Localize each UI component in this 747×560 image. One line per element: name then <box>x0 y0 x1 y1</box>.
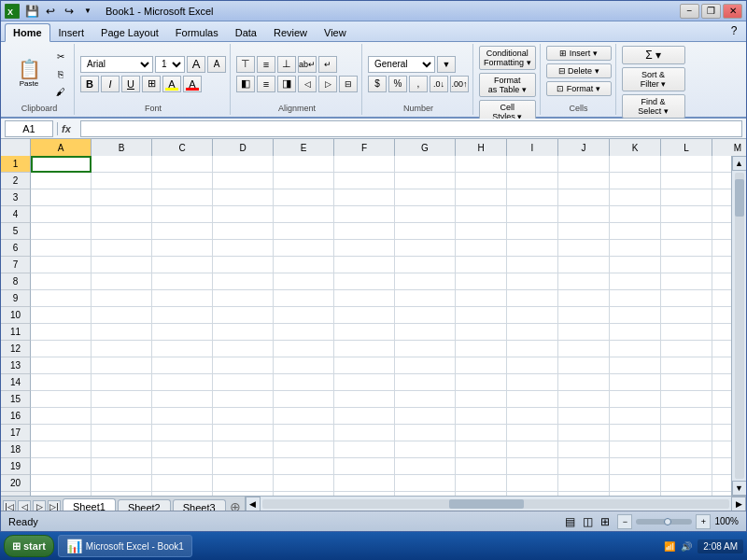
cell-I17[interactable] <box>507 425 558 441</box>
cell-B13[interactable] <box>92 357 152 374</box>
cell-A19[interactable] <box>31 458 92 475</box>
increase-font-btn[interactable]: A <box>187 56 205 73</box>
cell-A8[interactable] <box>31 273 92 290</box>
wrap-text-btn[interactable]: ↵ <box>318 56 337 73</box>
cell-M21[interactable] <box>712 492 731 496</box>
cell-H21[interactable] <box>456 492 507 496</box>
row-header-6[interactable]: 6 <box>1 240 31 257</box>
tab-review[interactable]: Review <box>265 23 316 41</box>
cell-C1[interactable] <box>152 156 213 173</box>
cell-E4[interactable] <box>274 206 334 223</box>
decrease-indent-btn[interactable]: ◁ <box>298 76 317 92</box>
col-header-D[interactable]: D <box>213 139 274 156</box>
cell-E16[interactable] <box>274 408 334 425</box>
cell-F19[interactable] <box>334 458 395 475</box>
cell-G7[interactable] <box>395 257 456 273</box>
help-button[interactable]: ? <box>726 22 742 39</box>
cell-F5[interactable] <box>334 223 395 240</box>
cell-H15[interactable] <box>456 391 507 408</box>
row-header-14[interactable]: 14 <box>1 374 31 391</box>
cell-D20[interactable] <box>213 475 274 492</box>
cell-E17[interactable] <box>274 425 334 441</box>
cell-M14[interactable] <box>712 374 731 391</box>
cell-L14[interactable] <box>661 374 712 391</box>
cell-G2[interactable] <box>395 173 456 189</box>
cell-E19[interactable] <box>274 458 334 475</box>
cell-D21[interactable] <box>213 492 274 496</box>
cell-M1[interactable] <box>712 156 731 173</box>
increase-indent-btn[interactable]: ▷ <box>318 76 337 92</box>
col-header-K[interactable]: K <box>610 139 661 156</box>
cell-J18[interactable] <box>558 441 610 458</box>
cell-J20[interactable] <box>558 475 610 492</box>
cell-I21[interactable] <box>507 492 558 496</box>
zoom-out-btn[interactable]: − <box>617 514 632 529</box>
cell-K2[interactable] <box>610 173 661 189</box>
cell-K11[interactable] <box>610 324 661 341</box>
save-quick-btn[interactable]: 💾 <box>23 3 40 20</box>
sheet-nav-last[interactable]: ▷| <box>48 500 61 511</box>
scroll-up-btn[interactable]: ▲ <box>732 156 747 171</box>
tab-insert[interactable]: Insert <box>50 23 93 41</box>
cell-C2[interactable] <box>152 173 213 189</box>
cell-E15[interactable] <box>274 391 334 408</box>
format-painter-button[interactable]: 🖌 <box>51 83 70 100</box>
cell-C18[interactable] <box>152 441 213 458</box>
cell-B9[interactable] <box>92 290 152 307</box>
row-header-12[interactable]: 12 <box>1 341 31 357</box>
insert-cells-btn[interactable]: ⊞ Insert ▾ <box>546 46 612 61</box>
row-header-9[interactable]: 9 <box>1 290 31 307</box>
cell-C15[interactable] <box>152 391 213 408</box>
cell-A9[interactable] <box>31 290 92 307</box>
cell-K5[interactable] <box>610 223 661 240</box>
increase-decimal-btn[interactable]: .00↑ <box>450 76 469 92</box>
cell-L15[interactable] <box>661 391 712 408</box>
cell-K18[interactable] <box>610 441 661 458</box>
cell-A15[interactable] <box>31 391 92 408</box>
cell-A14[interactable] <box>31 374 92 391</box>
col-header-B[interactable]: B <box>92 139 152 156</box>
taskbar-excel-item[interactable]: 📊 Microsoft Excel - Book1 <box>58 535 192 557</box>
orientation-btn[interactable]: ab↵ <box>298 56 317 73</box>
fill-color-button[interactable]: A <box>162 76 181 92</box>
cell-H18[interactable] <box>456 441 507 458</box>
cell-H16[interactable] <box>456 408 507 425</box>
cell-F17[interactable] <box>334 425 395 441</box>
cell-D6[interactable] <box>213 240 274 257</box>
restore-button[interactable]: ❐ <box>701 4 721 19</box>
cell-G19[interactable] <box>395 458 456 475</box>
cell-I9[interactable] <box>507 290 558 307</box>
cell-L5[interactable] <box>661 223 712 240</box>
cell-E1[interactable] <box>274 156 334 173</box>
cell-M3[interactable] <box>712 189 731 206</box>
cell-E3[interactable] <box>274 189 334 206</box>
cell-I19[interactable] <box>507 458 558 475</box>
cell-C5[interactable] <box>152 223 213 240</box>
cell-L12[interactable] <box>661 341 712 357</box>
cell-I12[interactable] <box>507 341 558 357</box>
cell-J11[interactable] <box>558 324 610 341</box>
cell-B21[interactable] <box>92 492 152 496</box>
cell-reference-box[interactable] <box>5 120 53 137</box>
cell-J9[interactable] <box>558 290 610 307</box>
cell-K1[interactable] <box>610 156 661 173</box>
cell-J7[interactable] <box>558 257 610 273</box>
cell-I18[interactable] <box>507 441 558 458</box>
cell-I2[interactable] <box>507 173 558 189</box>
cell-J1[interactable] <box>558 156 610 173</box>
cell-C20[interactable] <box>152 475 213 492</box>
cell-B12[interactable] <box>92 341 152 357</box>
cell-D18[interactable] <box>213 441 274 458</box>
col-header-H[interactable]: H <box>456 139 507 156</box>
cell-J10[interactable] <box>558 307 610 324</box>
cell-H6[interactable] <box>456 240 507 257</box>
qa-dropdown-btn[interactable]: ▼ <box>79 3 96 20</box>
cell-I13[interactable] <box>507 357 558 374</box>
zoom-slider[interactable] <box>636 519 692 525</box>
cell-K15[interactable] <box>610 391 661 408</box>
cell-B1[interactable] <box>92 156 152 173</box>
cell-A13[interactable] <box>31 357 92 374</box>
conditional-formatting-btn[interactable]: ConditionalFormatting ▾ <box>479 46 536 70</box>
cell-F16[interactable] <box>334 408 395 425</box>
cell-I8[interactable] <box>507 273 558 290</box>
